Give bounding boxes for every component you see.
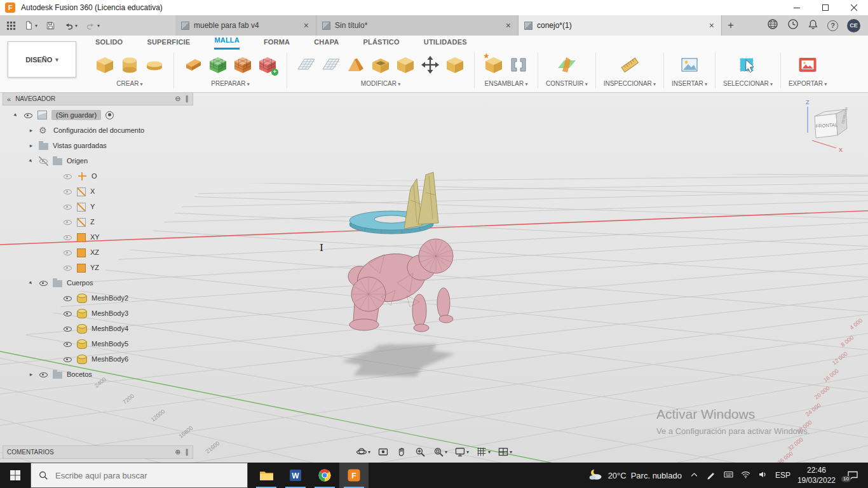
export-image-button[interactable] bbox=[796, 51, 819, 78]
app-grid-button[interactable] bbox=[6, 21, 16, 30]
create-torus-button[interactable] bbox=[143, 51, 166, 78]
ribbon-tab-solido[interactable]: SOLIDO bbox=[95, 37, 123, 50]
grid-display-dropdown-caret[interactable]: ▾ bbox=[488, 449, 491, 455]
tree-label[interactable]: O bbox=[92, 172, 97, 180]
tree-row-sin-guardar[interactable]: ▸(Sin guardar) bbox=[3, 107, 193, 123]
expander-icon[interactable]: ▸ bbox=[28, 142, 34, 149]
visibility-eye-icon[interactable] bbox=[63, 217, 72, 227]
tree-label[interactable]: Cuerpos bbox=[67, 279, 93, 287]
visibility-eye-icon[interactable] bbox=[63, 263, 72, 273]
ribbon-tab-forma[interactable]: FORMA bbox=[264, 37, 290, 50]
workspace-selector[interactable]: DISEÑO bbox=[8, 41, 76, 78]
visibility-eye-icon[interactable] bbox=[39, 370, 48, 379]
reduce-mesh-button[interactable] bbox=[231, 51, 254, 78]
tree-label[interactable]: XZ bbox=[90, 248, 99, 256]
collapse-panel-icon[interactable]: « bbox=[7, 95, 11, 103]
volume-button[interactable] bbox=[757, 469, 768, 482]
tree-label[interactable]: (Sin guardar) bbox=[51, 110, 101, 120]
chevron-up-button[interactable] bbox=[689, 469, 700, 482]
tree-row-origen[interactable]: ▸Origen bbox=[3, 153, 193, 168]
taskbar-search[interactable] bbox=[31, 463, 248, 488]
insert-image-button[interactable] bbox=[678, 51, 701, 78]
grid-display-button[interactable]: ▾ bbox=[475, 445, 492, 458]
navigator-header[interactable]: « NAVEGADOR ⊖ ∥ bbox=[3, 92, 193, 105]
measure-button[interactable] bbox=[618, 51, 641, 78]
tree-label[interactable]: Y bbox=[90, 203, 95, 210]
zoom-button[interactable] bbox=[413, 445, 427, 458]
tree-label[interactable]: X bbox=[90, 187, 95, 195]
move-copy-button[interactable] bbox=[419, 51, 442, 78]
select-window-button[interactable] bbox=[736, 51, 759, 78]
maximize-button[interactable] bbox=[811, 0, 839, 15]
visibility-eye-icon[interactable] bbox=[63, 309, 72, 318]
visibility-eye-icon[interactable] bbox=[63, 248, 72, 257]
activate-document-radio[interactable] bbox=[105, 111, 114, 119]
add-comment-icon[interactable]: ⊕ bbox=[175, 448, 180, 456]
viewports-dropdown-caret[interactable]: ▾ bbox=[510, 449, 512, 455]
visibility-eye-icon[interactable] bbox=[39, 156, 48, 166]
weather-widget[interactable]: 20°C Parc. nublado bbox=[588, 468, 682, 483]
visibility-eye-icon[interactable] bbox=[63, 233, 72, 242]
ribbon-group-label-inspeccionar[interactable]: INSPECCIONAR bbox=[604, 80, 656, 87]
tree-label[interactable]: MeshBody2 bbox=[92, 294, 128, 302]
look-at-button[interactable] bbox=[376, 445, 390, 458]
tree-row-o[interactable]: ▸O bbox=[3, 168, 193, 184]
convert-mesh-button[interactable] bbox=[444, 51, 466, 78]
split-mesh-button[interactable] bbox=[320, 51, 342, 78]
browser-sync-button[interactable] bbox=[767, 18, 778, 32]
expander-icon[interactable]: ▸ bbox=[11, 111, 20, 119]
tree-label[interactable]: MeshBody5 bbox=[92, 340, 128, 348]
ribbon-tab-chapa[interactable]: CHAPA bbox=[314, 37, 339, 50]
viewports-button[interactable]: ▾ bbox=[496, 445, 513, 458]
create-cylinder-button[interactable] bbox=[118, 51, 141, 78]
ribbon-group-label-ensamblar[interactable]: ENSAMBLAR bbox=[485, 80, 528, 87]
expander-icon[interactable]: ▸ bbox=[28, 127, 34, 133]
save-button[interactable] bbox=[46, 21, 55, 30]
minimize-button[interactable] bbox=[782, 0, 811, 15]
language-indicator[interactable]: ESP bbox=[775, 471, 790, 480]
view-cube[interactable]: Z FRONTAL DERECHA X bbox=[799, 95, 857, 157]
ribbon-group-label-preparar[interactable]: PREPARAR bbox=[211, 80, 250, 87]
expander-icon[interactable]: ▸ bbox=[28, 371, 34, 377]
chrome-taskbar-button[interactable] bbox=[310, 463, 339, 488]
close-tab-icon[interactable]: × bbox=[302, 21, 310, 30]
search-input[interactable] bbox=[54, 470, 228, 481]
tree-row-yz[interactable]: ▸YZ bbox=[3, 260, 193, 275]
start-button[interactable] bbox=[0, 463, 31, 488]
tree-row-cuerpos[interactable]: ▸Cuerpos bbox=[3, 275, 193, 290]
new-component-button[interactable]: ★ bbox=[482, 51, 505, 78]
fit-dropdown-caret[interactable]: ▾ bbox=[445, 449, 447, 455]
tree-row-vistas-guardadas[interactable]: ▸Vistas guardadas bbox=[3, 138, 193, 153]
tree-label[interactable]: MeshBody4 bbox=[92, 325, 128, 332]
tree-label[interactable]: Bocetos bbox=[67, 370, 92, 378]
orbit-dropdown-caret[interactable]: ▾ bbox=[368, 449, 370, 455]
undo-button[interactable] bbox=[64, 21, 78, 30]
visibility-eye-icon[interactable] bbox=[63, 202, 72, 212]
create-box-button[interactable] bbox=[93, 51, 116, 78]
visibility-eye-icon[interactable] bbox=[63, 172, 72, 181]
fusion-360-taskbar-button[interactable]: F bbox=[339, 463, 369, 488]
tree-row-z[interactable]: ▸Z bbox=[3, 214, 193, 229]
collapse-all-icon[interactable]: ⊖ bbox=[175, 95, 180, 103]
rabbit-mesh-model[interactable] bbox=[348, 172, 453, 332]
remesh-button[interactable] bbox=[207, 51, 229, 78]
ribbon-tab-malla[interactable]: MALLA bbox=[214, 35, 240, 50]
tree-row-configuraci-n-del-documento[interactable]: ▸Configuración del documento bbox=[3, 123, 193, 138]
expander-icon[interactable]: ▸ bbox=[27, 278, 36, 287]
touch-keyboard-button[interactable] bbox=[723, 469, 734, 482]
tree-label[interactable]: Configuración del documento bbox=[53, 126, 144, 134]
visibility-eye-icon[interactable] bbox=[63, 324, 72, 334]
ribbon-group-label-seleccionar[interactable]: SELECCIONAR bbox=[723, 80, 773, 87]
visibility-eye-icon[interactable] bbox=[63, 187, 72, 196]
comments-header[interactable]: COMENTARIOS ⊕ ∥ bbox=[3, 445, 193, 459]
clock[interactable]: 22:46 19/03/2022 bbox=[797, 465, 836, 485]
redo-button[interactable] bbox=[86, 21, 100, 30]
tree-label[interactable]: XY bbox=[90, 233, 100, 241]
tree-row-meshbody2[interactable]: ▸MeshBody2 bbox=[3, 290, 193, 306]
erase-and-fill-button[interactable] bbox=[344, 51, 367, 78]
document-tab-conejo-1[interactable]: conejo*(1)× bbox=[519, 15, 722, 36]
tree-label[interactable]: Z bbox=[90, 218, 95, 226]
expander-icon[interactable]: ▸ bbox=[27, 156, 36, 165]
document-tab-mueble-para-fab-v4[interactable]: mueble para fab v4× bbox=[175, 15, 316, 36]
job-status-button[interactable] bbox=[787, 18, 799, 32]
